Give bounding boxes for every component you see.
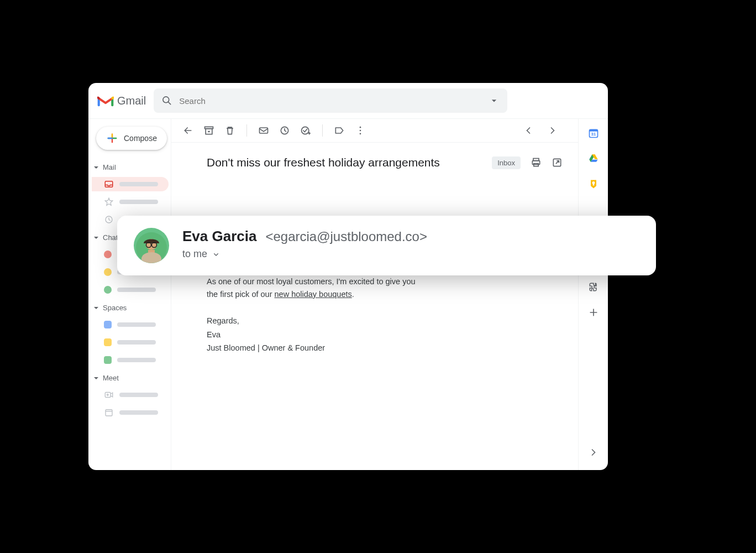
email-paragraph: As one of our most loyal customers, I'm … [207, 275, 428, 300]
search-input[interactable] [179, 96, 482, 106]
space-square-green [104, 356, 112, 364]
email-sig-title: Just Bloomed | Owner & Founder [207, 342, 428, 354]
email-sig-name: Eva [207, 328, 428, 341]
open-new-icon[interactable] [552, 157, 563, 168]
caret-down-icon [93, 234, 99, 241]
label-icon[interactable] [334, 125, 345, 136]
svg-point-15 [302, 127, 309, 134]
compose-label: Compose [124, 134, 157, 143]
delete-icon[interactable] [224, 125, 235, 136]
recipient-text: to me [182, 248, 207, 260]
chevron-down-icon [212, 250, 221, 259]
prev-icon[interactable] [523, 125, 534, 136]
gmail-logo[interactable]: Gmail [97, 95, 146, 107]
meet-new[interactable] [92, 388, 169, 402]
sidebar-item-placeholder [117, 288, 156, 292]
sidebar-item-placeholder [119, 182, 158, 186]
drive-icon[interactable] [588, 153, 599, 164]
space-3[interactable] [92, 353, 169, 367]
inbox-chip[interactable]: Inbox [492, 156, 521, 169]
calendar-icon[interactable]: 31 [588, 128, 599, 139]
clock-icon [104, 215, 114, 225]
sidebar-item-placeholder [117, 358, 156, 362]
search-options-icon[interactable] [489, 95, 500, 106]
status-dot-yellow [104, 268, 112, 276]
svg-point-16 [360, 127, 361, 128]
gmail-window: Gmail Compose [88, 83, 608, 470]
section-spaces[interactable]: Spaces [92, 300, 169, 314]
video-plus-icon [104, 390, 114, 400]
sidebar-item-placeholder [117, 340, 156, 345]
search-icon [161, 95, 172, 106]
svg-rect-24 [589, 129, 597, 131]
sidebar-item-starred[interactable] [92, 195, 169, 209]
section-spaces-label: Spaces [103, 304, 127, 312]
addons-icon[interactable] [588, 281, 599, 293]
section-chat-label: Chat [103, 233, 118, 242]
app-rail: 31 [578, 119, 608, 470]
star-icon [104, 197, 114, 207]
status-dot-green [104, 286, 112, 294]
app-body: Compose Mail [88, 119, 608, 470]
sidebar-item-placeholder [119, 410, 158, 415]
section-meet[interactable]: Meet [92, 371, 169, 384]
status-dot-red [104, 251, 112, 258]
space-square-yellow [104, 338, 112, 346]
inbox-icon [104, 179, 114, 189]
archive-icon[interactable] [203, 125, 214, 136]
toolbar-separator [322, 124, 323, 137]
sender-info: Eva Garcia <egarcia@justbloomed.co> to m… [182, 228, 427, 260]
section-meet-label: Meet [103, 374, 119, 382]
mark-unread-icon[interactable] [258, 125, 269, 136]
svg-rect-35 [592, 184, 594, 185]
section-mail-label: Mail [103, 163, 116, 171]
app-header: Gmail [88, 83, 608, 119]
sender-name: Eva Garcia [182, 228, 256, 245]
snooze-icon[interactable] [279, 125, 290, 136]
email-body-link[interactable]: new holiday bouquets [275, 290, 352, 299]
keep-icon[interactable] [588, 179, 599, 190]
email-subject: Don't miss our freshest holiday arrangem… [207, 156, 482, 169]
space-1[interactable] [92, 317, 169, 332]
calendar-blank-icon [104, 408, 114, 418]
email-toolbar [171, 119, 578, 143]
add-task-icon[interactable] [300, 125, 311, 136]
sender-email: <egarcia@justbloomed.co> [265, 229, 427, 244]
avatar-person-icon [136, 232, 167, 263]
print-icon[interactable] [531, 157, 542, 168]
toolbar-separator [246, 124, 247, 137]
space-square-blue [104, 321, 112, 328]
sidebar-item-placeholder [119, 200, 158, 204]
sidebar-item-placeholder [117, 322, 156, 327]
section-mail[interactable]: Mail [92, 160, 169, 174]
plus-icon [106, 132, 118, 144]
recipient-line[interactable]: to me [182, 248, 427, 260]
svg-point-17 [360, 130, 361, 132]
email-regards: Regards, [207, 315, 428, 327]
svg-point-18 [360, 133, 361, 135]
gmail-m-icon [97, 95, 114, 107]
search-bar[interactable] [154, 88, 507, 113]
compose-button[interactable]: Compose [96, 127, 167, 150]
caret-down-icon [93, 375, 99, 382]
sidebar-item-inbox[interactable] [92, 177, 169, 191]
svg-rect-9 [106, 410, 112, 416]
caret-down-icon [93, 305, 99, 311]
svg-line-1 [169, 102, 171, 105]
space-2[interactable] [92, 335, 169, 349]
sender-avatar[interactable] [134, 228, 169, 263]
sidebar: Compose Mail [88, 119, 171, 470]
meet-join[interactable] [92, 405, 169, 420]
next-icon[interactable] [547, 125, 558, 136]
plus-icon[interactable] [588, 307, 599, 318]
more-icon[interactable] [355, 125, 366, 136]
chat-contact-3[interactable] [92, 283, 169, 297]
email-body-after: . [352, 290, 354, 299]
svg-text:31: 31 [591, 132, 595, 137]
caret-down-icon [93, 164, 99, 171]
svg-rect-13 [260, 128, 268, 133]
back-icon[interactable] [182, 125, 193, 136]
collapse-rail-icon[interactable] [588, 447, 599, 458]
subject-row: Don't miss our freshest holiday arrangem… [171, 143, 578, 176]
sidebar-item-placeholder [119, 393, 158, 397]
